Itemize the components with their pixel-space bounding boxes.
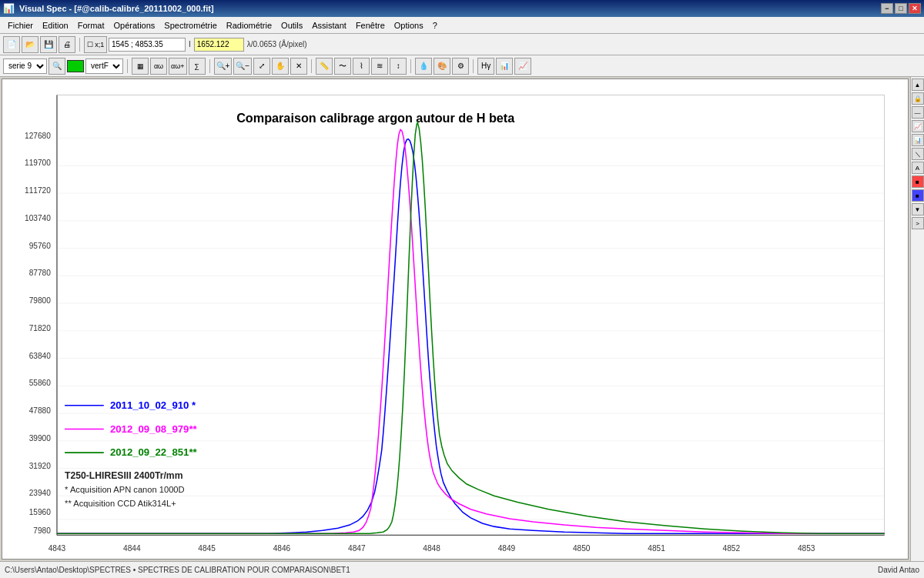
tb2-extra2[interactable]: Hγ [477, 58, 494, 75]
svg-text:119700: 119700 [25, 159, 51, 167]
tb2-extra4[interactable]: 📈 [514, 58, 531, 75]
svg-text:95760: 95760 [29, 242, 51, 250]
svg-text:4843: 4843 [49, 544, 66, 553]
svg-text:31920: 31920 [29, 462, 51, 470]
menu-radiometrie[interactable]: Radiométrie [222, 19, 276, 32]
svg-text:111720: 111720 [25, 186, 51, 195]
menu-help[interactable]: ? [428, 19, 442, 32]
tb2-btn2[interactable]: ▦ [132, 58, 149, 75]
tb2-pan[interactable]: ✋ [272, 58, 289, 75]
rtb-color2[interactable]: ■ [912, 189, 924, 202]
menu-format[interactable]: Format [73, 19, 109, 32]
coord-i-input[interactable]: 1652.122 [194, 38, 244, 52]
toolbar2-sep4 [410, 59, 411, 73]
rtb-color1[interactable]: ■ [912, 175, 924, 188]
menu-outils[interactable]: Outils [276, 19, 307, 32]
legend-label-green: 2012_09_22_851** [110, 446, 198, 458]
statusbar: C:\Users\Antao\Desktop\SPECTRES • SPECTR… [0, 561, 924, 578]
svg-text:79800: 79800 [29, 296, 51, 305]
tb2-extra1[interactable]: ⚙ [452, 58, 469, 75]
maximize-button[interactable]: □ [895, 3, 907, 14]
tb2-fit[interactable]: ⌇ [353, 58, 370, 75]
tb2-curve[interactable]: 〜 [334, 58, 351, 75]
rtb-scroll-down[interactable]: ▼ [912, 203, 924, 215]
svg-rect-1 [57, 95, 885, 535]
print-button[interactable]: 🖨 [59, 36, 75, 53]
annotation-instrument: T250-LHIRESIII 2400Tr/mm [65, 470, 183, 481]
save-button[interactable]: 💾 [40, 36, 57, 53]
rtb-dash[interactable]: — [912, 106, 924, 119]
new-button[interactable]: 📄 [3, 36, 20, 53]
svg-text:4847: 4847 [348, 544, 366, 553]
menu-operations[interactable]: Opérations [109, 19, 160, 32]
svg-text:4853: 4853 [798, 544, 815, 553]
svg-text:4852: 4852 [723, 544, 741, 553]
menu-spectrometrie[interactable]: Spectrométrie [159, 19, 221, 32]
toolbar2-sep1 [127, 59, 128, 73]
toolbar-separator-1 [79, 38, 80, 52]
status-path: C:\Users\Antao\Desktop\SPECTRES • SPECTR… [5, 566, 350, 574]
menu-edition[interactable]: Edition [38, 19, 73, 32]
legend-label-blue: 2011_10_02_910 * [110, 399, 196, 411]
svg-text:4845: 4845 [198, 544, 216, 553]
menu-options[interactable]: Options [390, 19, 428, 32]
lambda-label: λ/0.0653 (Å/pixel) [247, 40, 307, 48]
right-toolbar: ▲ 🔒 — 📈 📊 ＼ A ■ ■ ▼ > [910, 77, 924, 561]
toolbar2-sep3 [311, 59, 312, 73]
window-controls: − □ ✕ [881, 3, 921, 14]
svg-text:47880: 47880 [29, 406, 51, 415]
menubar: Fichier Edition Format Opérations Spectr… [0, 17, 924, 34]
tb2-btn3[interactable]: αω [150, 58, 167, 75]
tb2-normalize[interactable]: ↕ [390, 58, 407, 75]
svg-text:39900: 39900 [29, 434, 51, 443]
tb2-smooth[interactable]: ≋ [371, 58, 388, 75]
rtb-lock[interactable]: 🔒 [912, 92, 924, 105]
tb2-btn4[interactable]: αω+ [169, 58, 187, 75]
rtb-bar[interactable]: 📊 [912, 134, 924, 146]
tb2-cross[interactable]: ✕ [290, 58, 307, 75]
rtb-extra[interactable]: > [912, 217, 924, 229]
tb2-measure[interactable]: 📏 [316, 58, 333, 75]
svg-text:127680: 127680 [25, 132, 51, 140]
series-select[interactable]: serie 9 [3, 58, 47, 74]
open-button[interactable]: 📂 [22, 36, 38, 53]
menu-fenetre[interactable]: Fenêtre [351, 19, 390, 32]
menu-assistant[interactable]: Assistant [307, 19, 351, 32]
checkbox-btn[interactable]: ☐ x;1 [84, 36, 107, 53]
rtb-line[interactable]: ＼ [912, 148, 924, 160]
tb2-btn1[interactable]: 🔍 [49, 58, 65, 75]
svg-text:55860: 55860 [29, 379, 51, 387]
coord-x-input[interactable]: 1545 ; 4853.35 [109, 38, 186, 52]
color-select[interactable]: vertF [85, 58, 123, 74]
minimize-button[interactable]: − [881, 3, 893, 14]
svg-text:63840: 63840 [29, 352, 51, 360]
svg-text:Comparaison calibrage argon au: Comparaison calibrage argon autour de H … [236, 111, 515, 125]
tb2-color2[interactable]: 🎨 [434, 58, 450, 75]
rtb-chart[interactable]: 📈 [912, 120, 924, 132]
toolbar2-sep5 [473, 59, 474, 73]
tb2-water[interactable]: 💧 [415, 58, 432, 75]
rtb-scroll-up[interactable]: ▲ [912, 79, 924, 91]
svg-text:4849: 4849 [498, 544, 516, 553]
close-button[interactable]: ✕ [909, 3, 921, 14]
tb2-extra3[interactable]: 📊 [496, 58, 513, 75]
titlebar: 📊 Visual Spec - [#@calib-calibré_2011100… [0, 0, 924, 17]
tb2-btn5[interactable]: ∑ [189, 58, 206, 75]
tb2-zoom-reset[interactable]: ⤢ [253, 58, 270, 75]
toolbar2: serie 9 🔍 vertF ▦ αω αω+ ∑ 🔍+ 🔍− ⤢ ✋ ✕ 📏… [0, 55, 924, 77]
svg-text:4850: 4850 [573, 544, 591, 553]
app-icon: 📊 [3, 3, 15, 14]
window-title: Visual Spec - [#@calib-calibré_20111002_… [19, 4, 881, 13]
annotation-acq1: * Acquisition APN canon 1000D [65, 485, 185, 494]
tb2-color-btn[interactable] [67, 60, 84, 72]
tb2-zoom-in[interactable]: 🔍+ [214, 58, 233, 75]
chart-container[interactable]: Comparaison calibrage argon autour de H … [2, 79, 909, 560]
menu-fichier[interactable]: Fichier [3, 19, 38, 32]
svg-text:4844: 4844 [123, 544, 141, 553]
legend-label-magenta: 2012_09_08_979** [110, 423, 198, 435]
chart-svg: Comparaison calibrage argon autour de H … [2, 79, 908, 559]
annotation-acq2: ** Acquisition CCD Atik314L+ [65, 499, 176, 508]
tb2-zoom-out[interactable]: 🔍− [233, 58, 252, 75]
rtb-text[interactable]: A [912, 162, 924, 174]
svg-text:15960: 15960 [29, 508, 51, 516]
